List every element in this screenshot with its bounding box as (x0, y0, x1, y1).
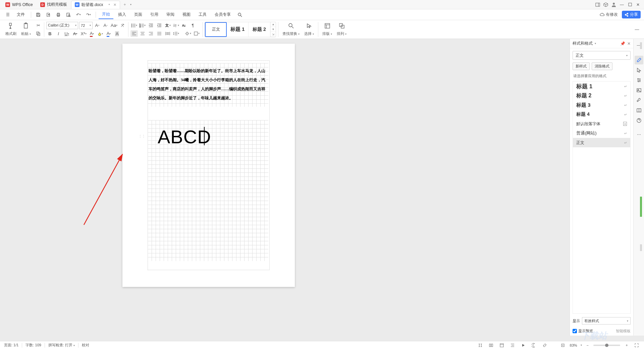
fit-page-icon[interactable] (559, 343, 567, 348)
night-mode-icon[interactable] (530, 343, 538, 348)
bold-icon[interactable]: B (46, 31, 54, 37)
shading-icon[interactable]: ▾ (184, 30, 192, 37)
bullet-list-icon[interactable]: ▾ (130, 22, 138, 29)
menu-reference[interactable]: 引用 (147, 10, 162, 19)
zoom-out-icon[interactable]: − (585, 343, 590, 347)
fullscreen-icon[interactable] (633, 343, 640, 347)
style-list-item[interactable]: 正文↵ (573, 138, 630, 147)
has-changes-indicator[interactable]: 有修改 (600, 12, 618, 17)
layout-view-icon[interactable] (498, 343, 505, 348)
file-menu[interactable]: 文件 (13, 10, 28, 19)
sort-icon[interactable]: ▾ (172, 22, 180, 29)
line-spacing-icon[interactable]: ▾ (172, 30, 180, 37)
drag-handle-icon[interactable]: ⋮⋮ (139, 134, 145, 138)
align-right-icon[interactable] (147, 30, 155, 37)
distribute-icon[interactable] (164, 30, 171, 37)
style-body[interactable]: 正文 (205, 22, 227, 37)
new-tab-button[interactable]: ＋ (121, 1, 129, 9)
clear-format-icon[interactable] (119, 22, 126, 29)
smart-template-link[interactable]: 智能模板 (616, 329, 631, 334)
style-heading1[interactable]: 标题 1 (227, 22, 249, 37)
cut-icon[interactable]: ✂ (35, 22, 42, 29)
menu-member[interactable]: 会员专享 (211, 10, 234, 19)
char-shading-icon[interactable]: A (113, 31, 121, 37)
decrease-font-icon[interactable]: A− (102, 22, 109, 29)
outline-view-icon[interactable] (509, 343, 516, 348)
pin-icon[interactable]: 📌 (620, 41, 625, 46)
decrease-indent-icon[interactable] (147, 22, 155, 29)
style-list-item[interactable]: 普通(网站)↵ (573, 129, 630, 138)
superscript-icon[interactable]: X²▾ (80, 31, 87, 37)
underline-icon[interactable]: U▾ (63, 31, 70, 37)
paragraph-text[interactable]: 盼望着，盼望着……期盼以盼的新年近了。街市上车水马龙，人山人海，好不热闹。34曦… (149, 66, 268, 103)
font-selector[interactable]: Calibri (正文)▾ (46, 22, 78, 29)
increase-font-icon[interactable]: A+ (94, 22, 101, 29)
menu-start[interactable]: 开始 (99, 10, 113, 19)
large-text[interactable]: ABCD (158, 126, 211, 148)
font-size-selector[interactable]: 72▾ (79, 22, 93, 29)
layout-button[interactable]: 排版 ▾ (320, 21, 334, 38)
align-center-icon[interactable] (139, 30, 146, 37)
share-button[interactable]: 分享 (622, 11, 641, 18)
menu-view[interactable]: 视图 (179, 10, 194, 19)
show-filter-select[interactable]: 有效样式▾ (582, 317, 631, 325)
paste-button[interactable]: 粘贴 ▾ (19, 21, 33, 38)
align-left-icon[interactable] (130, 30, 138, 37)
menu-review[interactable]: 审阅 (163, 10, 178, 19)
zoom-slider[interactable] (593, 345, 620, 346)
format-brush-button[interactable]: 格式刷 (3, 21, 18, 38)
print-preview-icon[interactable] (64, 10, 73, 19)
menu-page[interactable]: 页面 (131, 10, 146, 19)
close-button[interactable]: ✕ (634, 1, 642, 9)
select-button[interactable]: 选择 ▾ (302, 21, 316, 38)
panel-icon[interactable] (594, 1, 602, 9)
font-color-icon[interactable]: A▾ (88, 31, 96, 37)
cube-icon[interactable] (602, 1, 610, 9)
border-icon[interactable]: ▾ (193, 30, 200, 37)
highlight-icon[interactable]: ▾ (97, 31, 104, 37)
link-icon[interactable] (541, 343, 548, 348)
clear-format-button[interactable]: 清除格式 (592, 62, 612, 70)
export-icon[interactable] (44, 10, 53, 19)
show-marks-icon[interactable]: ¶ (189, 22, 197, 29)
show-preview-checkbox[interactable]: 显示预览 (573, 329, 593, 334)
align-justify-icon[interactable] (156, 30, 163, 37)
style-list-item[interactable]: 标题 4↵ (573, 110, 630, 119)
style-list-item[interactable]: 默认段落字体a (573, 119, 630, 129)
text-effect-icon[interactable]: A▾ (105, 31, 112, 37)
number-list-icon[interactable]: 123▾ (139, 22, 146, 29)
arrange-button[interactable]: 排列 ▾ (335, 21, 348, 38)
style-down-icon[interactable]: ▼ (270, 27, 276, 32)
style-gallery[interactable]: 正文 标题 1 标题 2 ▲ ▼ ⇲ (205, 22, 276, 37)
style-up-icon[interactable]: ▲ (270, 22, 276, 27)
style-list-item[interactable]: 标题 1↵ (573, 82, 630, 91)
tab-templates[interactable]: D 找稻壳模板 (37, 1, 70, 9)
style-heading2[interactable]: 标题 2 (249, 22, 270, 37)
menu-tools[interactable]: 工具 (195, 10, 210, 19)
tab-document[interactable]: W 盼望着.docx • ✕ (71, 1, 120, 9)
change-case-icon[interactable]: Aa▾ (110, 22, 118, 29)
sections-icon[interactable] (487, 343, 495, 348)
style-list-item[interactable]: 标题 2↵ (573, 91, 630, 100)
print-icon[interactable] (54, 10, 63, 19)
minimize-button[interactable]: — (618, 1, 626, 9)
play-icon[interactable] (520, 343, 527, 348)
collapse-ribbon-icon[interactable]: — (633, 26, 641, 33)
panel-dropdown-icon[interactable]: ▾ (595, 42, 596, 45)
strikethrough-icon[interactable]: A▾ (71, 31, 79, 37)
text-direction-icon[interactable]: 文▾ (164, 22, 171, 29)
search-icon[interactable] (235, 10, 244, 19)
zoom-level[interactable]: 83% (570, 343, 577, 347)
close-panel-icon[interactable]: ✕ (627, 41, 631, 46)
spell-check-status[interactable]: 拼写检查: 打开 ▾ (48, 343, 75, 348)
style-list-item[interactable]: 标题 3↵ (573, 100, 630, 110)
italic-icon[interactable]: I (55, 31, 62, 37)
user-icon[interactable] (610, 1, 618, 9)
tab-dropdown-icon[interactable]: ▾ (130, 3, 131, 6)
page[interactable]: 盼望着，盼望着……期盼以盼的新年近了。街市上车水马龙，人山人海，好不热闹。34曦… (122, 44, 295, 287)
current-style-selector[interactable]: 正文 ▾ (573, 51, 631, 60)
tab-wps-office[interactable]: W WPS Office (2, 1, 36, 9)
close-icon[interactable]: ✕ (113, 3, 116, 7)
asian-layout-icon[interactable]: A↓ (181, 22, 188, 29)
redo-icon[interactable]: ↷▾ (84, 10, 93, 19)
